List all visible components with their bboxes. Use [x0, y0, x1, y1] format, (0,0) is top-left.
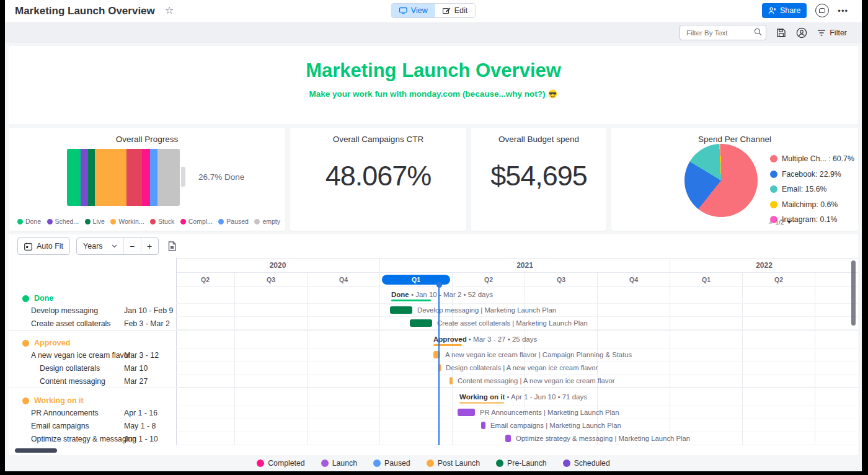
spend-pie-legend: Multiple Ch... : 60.7%Facebook: 22.9%Ema…	[770, 151, 854, 228]
task-bar[interactable]	[458, 409, 475, 416]
quarter-cell[interactable]: Q1	[670, 273, 742, 286]
share-button[interactable]: Share	[762, 3, 807, 18]
pie-legend-item[interactable]: Email: 15.6%	[770, 182, 854, 197]
task-bar-label: Create asset collaterals | Marketing Lau…	[437, 319, 588, 327]
search-box[interactable]	[680, 25, 766, 40]
status-legend-item: Post Launch	[427, 459, 480, 468]
legend-label: Workin...	[118, 218, 144, 225]
quarter-cell[interactable]: Q4	[597, 273, 670, 286]
pie-legend-item[interactable]: Mailchimp: 0.6%	[770, 197, 854, 213]
task-bar[interactable]	[450, 377, 453, 384]
quarter-cell[interactable]: Q4	[307, 273, 379, 286]
zoom-level-select[interactable]: Years	[77, 238, 123, 254]
task-panel-cell: Email campaignsMay 1 - 8	[9, 419, 176, 432]
progress-legend-item[interactable]: Stuck	[150, 218, 174, 225]
task-name[interactable]: Create asset collaterals	[31, 319, 111, 328]
gantt-task-row: Content messagingMar 27Content messaging…	[9, 375, 858, 388]
progress-legend-item[interactable]: Done	[17, 218, 41, 225]
widget-title: Overall Budget spend	[471, 135, 606, 144]
progress-segment	[67, 149, 81, 206]
favorite-star-icon[interactable]: ☆	[165, 4, 174, 16]
task-panel-cell: A new vegan ice cream flavorMar 3 - 12	[9, 348, 176, 362]
task-name[interactable]: Optimize strategy & messaging	[31, 435, 136, 443]
group-header[interactable]: Working on it	[22, 396, 84, 405]
quarter-cell[interactable]: Q2	[452, 273, 525, 286]
search-input[interactable]	[685, 25, 755, 40]
task-panel-cell: Develop messagingJan 10 - Feb 9	[9, 304, 176, 317]
legend-label: Live	[93, 218, 105, 225]
status-legend-item: Completed	[257, 459, 304, 468]
status-legend-item: Launch	[321, 459, 357, 468]
pagination-down-icon[interactable]: ▼	[786, 219, 792, 225]
progress-legend-item[interactable]: empty	[254, 218, 280, 225]
quarter-cell[interactable]: Q2	[742, 273, 815, 286]
progress-legend-item[interactable]: Sched...	[47, 218, 79, 225]
widget-title: Spend Per Channel	[611, 135, 858, 144]
zoom-out-button[interactable]: −	[123, 238, 141, 254]
progress-legend-item[interactable]: Workin...	[110, 218, 144, 225]
vertical-scrollbar-thumb[interactable]	[851, 260, 856, 326]
progress-legend-item[interactable]: Paused	[218, 218, 249, 225]
budget-value: $54,695	[471, 160, 606, 192]
tab-edit[interactable]: Edit	[435, 4, 476, 17]
status-legend-item: Pre-Launch	[496, 459, 547, 468]
legend-dot	[254, 219, 260, 224]
filter-button[interactable]: Filter	[817, 29, 847, 37]
gantt-task-row: Email campaignsMay 1 - 8Email campaigns …	[9, 419, 858, 432]
group-header[interactable]: Approved	[22, 339, 70, 347]
task-panel-cell: Content messagingMar 27	[9, 375, 176, 388]
gantt-timeline-header: 202020212022 Q2Q3Q4Q1Q2Q3Q4Q1Q2	[176, 258, 858, 287]
task-name[interactable]: A new vegan ice cream flavor	[31, 351, 131, 360]
year-cell: 2021	[379, 259, 670, 272]
task-name[interactable]: Design collaterals	[40, 364, 100, 373]
group-name: Approved	[34, 339, 70, 347]
task-chart-cell: Create asset collaterals | Marketing Lau…	[176, 317, 858, 330]
task-dates: Jan 10 - Feb 9	[124, 306, 173, 315]
board-title: Marketing Launch Overview	[15, 5, 155, 17]
quarter-cell[interactable]: Q3	[525, 273, 597, 286]
year-cell: 2022	[670, 259, 858, 272]
task-name[interactable]: Develop messaging	[31, 306, 98, 315]
person-filter-icon[interactable]	[796, 27, 807, 38]
monitor-icon	[399, 7, 407, 14]
export-icon[interactable]	[167, 241, 177, 251]
progress-segment	[88, 149, 95, 206]
legend-dot	[496, 459, 503, 467]
quarter-cell[interactable]: Q2	[176, 273, 234, 286]
pie-legend-item[interactable]: Facebook: 22.9%	[770, 167, 854, 182]
group-header[interactable]: Done	[22, 294, 53, 303]
pie-legend-item[interactable]: Multiple Ch... : 60.7%	[770, 151, 854, 167]
task-name[interactable]: PR Announcements	[31, 409, 99, 417]
task-bar[interactable]	[390, 306, 412, 314]
progress-legend-item[interactable]: Live	[85, 218, 105, 225]
save-view-icon[interactable]	[776, 28, 786, 38]
task-bar[interactable]	[481, 422, 485, 429]
pagination-up-icon[interactable]: ▲	[768, 219, 773, 225]
task-bar[interactable]	[410, 319, 432, 327]
task-chart-cell: Optimize strategy & messaging | Marketin…	[176, 432, 858, 445]
progress-segment	[150, 149, 157, 206]
progress-segment	[157, 149, 179, 206]
zoom-in-button[interactable]: +	[141, 238, 158, 254]
task-bar[interactable]	[505, 435, 511, 442]
widget-campaigns-ctr: Overall Campaigns CTR 48.067%	[290, 128, 466, 231]
more-options-button[interactable]: •••	[838, 6, 848, 16]
group-panel-cell: Done	[9, 285, 176, 304]
status-legend: CompletedLaunchPausedPost LaunchPre-Laun…	[5, 455, 862, 471]
task-name[interactable]: Content messaging	[40, 377, 105, 386]
task-name[interactable]: Email campaigns	[31, 422, 89, 430]
group-chart-cell: Done • Jan 10 - Mar 2 • 52 days	[176, 285, 858, 304]
legend-dot	[47, 219, 53, 224]
quarter-cell[interactable]: Q3	[234, 273, 307, 286]
horizontal-scrollbar-thumb[interactable]	[15, 448, 57, 453]
auto-fit-button[interactable]: Auto Fit	[17, 238, 70, 255]
progress-legend-item[interactable]: Compl...	[180, 218, 213, 225]
legend-dot	[110, 219, 116, 224]
legend-dot	[321, 459, 329, 467]
updates-icon[interactable]	[815, 4, 829, 17]
group-name: Working on it	[34, 396, 84, 405]
legend-label: Compl...	[188, 218, 213, 225]
group-underline	[391, 300, 431, 301]
tab-view[interactable]: View	[392, 4, 435, 17]
legend-dot	[257, 459, 264, 467]
